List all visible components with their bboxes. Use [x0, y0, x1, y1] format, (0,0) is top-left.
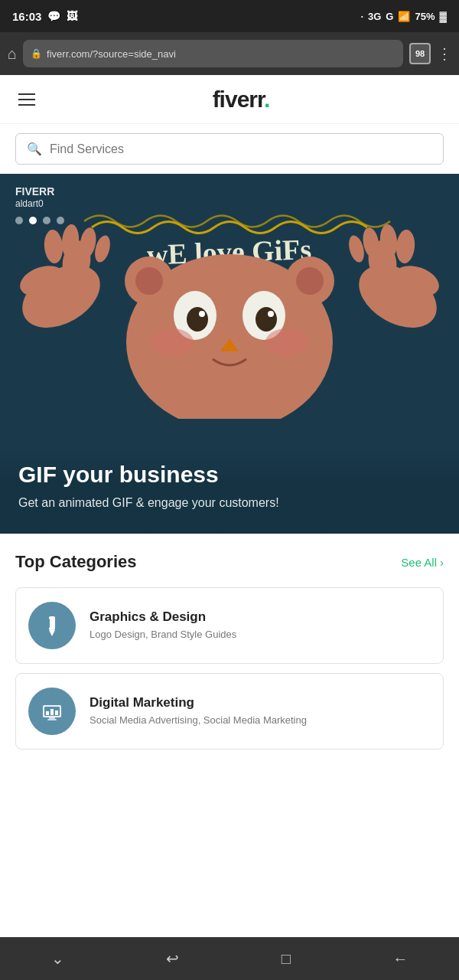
nav-down-button[interactable]: ⌄	[39, 943, 76, 974]
hero-banner: wE love GiFs	[0, 174, 459, 534]
category-icon-design	[28, 602, 76, 649]
lock-icon: 🔒	[31, 48, 42, 59]
network-type: 3G	[368, 11, 381, 22]
svg-point-29	[265, 328, 308, 356]
browser-home-icon[interactable]: ⌂	[8, 45, 17, 63]
categories-header: Top Categories See All ›	[15, 552, 444, 572]
browser-bar: ⌂ 🔒 fiverr.com/?source=side_navi 98 ⋮	[0, 32, 459, 75]
status-time: 16:03	[12, 10, 41, 23]
svg-rect-31	[49, 616, 55, 630]
slide-dot-3[interactable]	[43, 217, 50, 224]
category-icon-marketing	[28, 688, 76, 735]
hamburger-line-3	[18, 104, 35, 106]
see-all-text: See All	[401, 556, 437, 569]
search-container: 🔍	[0, 124, 459, 174]
svg-rect-38	[47, 719, 57, 720]
fiverr-logo[interactable]: fiverr.	[213, 87, 270, 113]
category-sub-marketing: Social Media Advertising, Social Media M…	[90, 714, 431, 727]
search-box[interactable]: 🔍	[15, 133, 444, 165]
svg-point-28	[151, 328, 194, 356]
svg-point-24	[256, 307, 277, 332]
app-header: fiverr.	[0, 75, 459, 124]
search-icon: 🔍	[27, 142, 42, 156]
svg-point-20	[296, 267, 324, 295]
categories-section: Top Categories See All › Graphics & Desi…	[0, 534, 459, 771]
categories-title: Top Categories	[15, 552, 137, 572]
browser-url-bar[interactable]: 🔒 fiverr.com/?source=side_navi	[23, 40, 403, 67]
category-item[interactable]: Digital Marketing Social Media Advertisi…	[15, 673, 444, 750]
tab-count[interactable]: 98	[409, 43, 431, 64]
svg-rect-37	[49, 717, 55, 719]
slide-dots	[15, 217, 64, 224]
network-extra: G	[386, 11, 393, 22]
bottom-nav: ⌄ ↩ □ ←	[0, 937, 459, 980]
hero-title: GIF your business	[18, 462, 441, 488]
svg-rect-41	[55, 710, 58, 715]
nav-return-button[interactable]: ↩	[154, 943, 191, 974]
see-all-link[interactable]: See All ›	[401, 556, 444, 569]
watermark-brand: FIVERR	[15, 185, 54, 198]
whatsapp-icon: 💬	[47, 10, 60, 22]
category-sub-design: Logo Design, Brand Style Guides	[90, 628, 431, 642]
category-name-design: Graphics & Design	[90, 609, 431, 625]
gallery-icon: 🖼	[67, 10, 77, 22]
watermark-user: aldart0	[15, 198, 54, 211]
svg-point-25	[199, 311, 205, 317]
hero-text: GIF your business Get an animated GIF & …	[0, 446, 459, 534]
category-info-design: Graphics & Design Logo Design, Brand Sty…	[90, 609, 431, 642]
fiverr-watermark: FIVERR aldart0	[15, 185, 54, 211]
svg-rect-39	[46, 711, 49, 715]
slide-dot-1[interactable]	[15, 217, 23, 224]
logo-text: fiverr	[213, 87, 264, 112]
browser-menu-icon[interactable]: ⋮	[437, 44, 451, 63]
svg-point-18	[135, 267, 163, 295]
status-bar: 16:03 💬 🖼 · 3G G 📶 75% ▓	[0, 0, 459, 32]
svg-point-23	[187, 307, 208, 332]
see-all-chevron: ›	[440, 556, 444, 569]
hamburger-line-1	[18, 93, 35, 95]
category-item[interactable]: Graphics & Design Logo Design, Brand Sty…	[15, 587, 444, 664]
svg-point-26	[268, 311, 274, 317]
hero-illustration: wE love GiFs	[0, 174, 459, 419]
svg-rect-40	[50, 709, 54, 715]
logo-area: fiverr.	[38, 87, 444, 113]
nav-square-button[interactable]: □	[269, 944, 303, 974]
hamburger-menu[interactable]	[15, 90, 38, 109]
nav-back-button[interactable]: ←	[380, 944, 420, 974]
signal-icon: 📶	[398, 11, 410, 22]
slide-dot-4[interactable]	[57, 217, 64, 224]
battery-level: 75%	[415, 11, 435, 22]
hero-subtitle: Get an animated GIF & engage your custom…	[18, 494, 441, 512]
category-name-marketing: Digital Marketing	[90, 695, 431, 710]
hamburger-line-2	[18, 99, 35, 100]
search-input[interactable]	[50, 142, 432, 156]
url-text: fiverr.com/?source=side_navi	[47, 48, 176, 60]
battery-icon: ▓	[440, 11, 447, 22]
signal-dot: ·	[360, 11, 363, 22]
svg-rect-33	[47, 619, 50, 628]
category-info-marketing: Digital Marketing Social Media Advertisi…	[90, 695, 431, 727]
slide-dot-2[interactable]	[29, 217, 37, 224]
logo-dot: .	[264, 87, 269, 112]
